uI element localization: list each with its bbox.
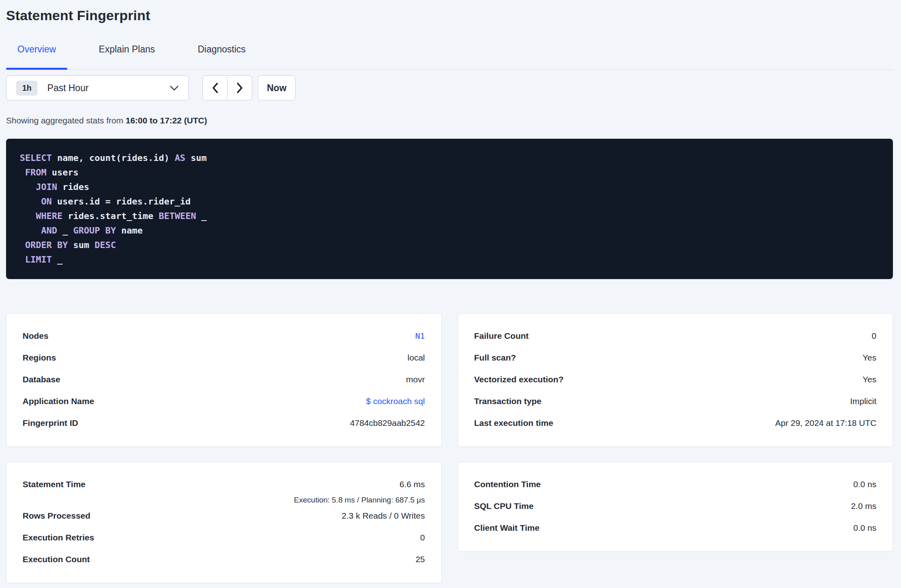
sql-text: _ (196, 211, 207, 221)
stat-label: Vectorized execution? (474, 375, 564, 384)
sql-line: ORDER BY sum DESC (20, 238, 879, 252)
aggregated-stats-summary: Showing aggregated stats from 16:00 to 1… (6, 115, 893, 126)
time-range-badge: 1h (16, 81, 38, 96)
summary-time-range: 16:00 to 17:22 (UTC) (126, 116, 207, 125)
stat-value: 0 (420, 533, 425, 542)
sql-keyword: SELECT (20, 153, 52, 163)
sql-text (20, 167, 25, 177)
sql-text: _ (57, 225, 73, 236)
stat-value: 0.0 ns (853, 480, 876, 489)
sql-text: users (46, 167, 78, 177)
sql-line: SELECT name, count(rides.id) AS sum (20, 151, 879, 165)
sql-line: AND _ GROUP BY name (20, 223, 879, 238)
stat-subtext: Execution: 5.8 ms / Planning: 687.5 µs (294, 495, 425, 505)
stat-label: Last execution time (474, 418, 553, 428)
stat-row: Failure Count0 (474, 325, 877, 347)
sql-line: ON users.id = rides.rider_id (20, 194, 879, 209)
sql-keyword: ORDER BY (25, 240, 68, 250)
sql-keyword: DESC (94, 240, 116, 250)
sql-keyword: AND (41, 225, 57, 236)
stat-value: 4784cb829aab2542 (350, 418, 425, 428)
stat-label: Full scan? (474, 353, 516, 363)
sql-text: sum (186, 153, 207, 163)
stat-label: Failure Count (474, 331, 529, 341)
sql-text (20, 196, 41, 206)
stat-value: 6.6 ms (399, 473, 425, 495)
sql-text: name (116, 225, 142, 236)
stat-row: Full scan?Yes (474, 347, 877, 369)
stat-value: Yes (863, 353, 876, 363)
summary-prefix: Showing aggregated stats from (6, 116, 126, 125)
stat-value: 0.0 ns (853, 523, 876, 533)
sql-keyword: BETWEEN (159, 211, 196, 221)
sql-line: JOIN rides (20, 180, 879, 194)
sql-keyword: JOIN (36, 182, 57, 192)
time-step-button-group (202, 75, 252, 100)
sql-text (20, 240, 25, 250)
stat-value: 0 (872, 331, 876, 341)
sql-keyword: FROM (25, 167, 46, 177)
stat-label: Regions (23, 353, 56, 363)
chevron-down-icon (170, 85, 179, 91)
sql-text: rides (57, 182, 89, 192)
stat-value: 2.0 ms (851, 501, 876, 511)
overview-details-right-card: Failure Count0Full scan?YesVectorized ex… (458, 313, 893, 447)
stat-value-link[interactable]: N1 (415, 331, 425, 341)
sql-line: FROM users (20, 165, 879, 180)
stat-label: Contention Time (474, 480, 541, 489)
stat-value: local (407, 353, 425, 363)
sql-text (20, 182, 36, 192)
next-time-button[interactable] (227, 75, 252, 100)
stat-row: Client Wait Time0.0 ns (474, 517, 877, 539)
stat-value: movr (406, 375, 425, 384)
sql-keyword: LIMIT (25, 254, 52, 265)
overview-details-left-card: NodesN1RegionslocalDatabasemovrApplicati… (6, 313, 442, 447)
sql-text (20, 211, 36, 221)
tab-bar: Overview Explain Plans Diagnostics (6, 43, 893, 70)
stat-row: Fingerprint ID4784cb829aab2542 (23, 412, 425, 434)
time-range-dropdown[interactable]: 1h Past Hour (6, 75, 189, 100)
stat-value: Apr 29, 2024 at 17:18 UTC (775, 418, 876, 428)
chevron-right-icon (236, 82, 243, 94)
stat-row: Databasemovr (23, 369, 425, 390)
stat-value-link[interactable]: $ cockroach sql (366, 396, 425, 406)
stat-label: Nodes (23, 331, 48, 341)
stat-label: Transaction type (474, 396, 542, 406)
stat-value: Yes (863, 375, 876, 384)
stat-label: Application Name (23, 396, 94, 406)
stat-value: 25 (415, 555, 425, 564)
sql-line: WHERE rides.start_time BETWEEN _ (20, 209, 879, 223)
sql-text: users.id = rides.rider_id (52, 196, 190, 206)
stat-label: Statement Time (23, 473, 86, 495)
stat-row: Application Name$ cockroach sql (23, 390, 425, 412)
tab-diagnostics[interactable]: Diagnostics (186, 43, 257, 69)
stat-label: Rows Processed (23, 511, 90, 521)
sql-text (20, 254, 25, 265)
stat-row: Execution Count25 (23, 548, 425, 570)
sql-text: _ (52, 254, 63, 265)
sql-keyword: GROUP BY (73, 225, 116, 236)
stat-label: SQL CPU Time (474, 501, 534, 511)
stat-label: Fingerprint ID (23, 418, 78, 428)
tab-explain-plans[interactable]: Explain Plans (88, 43, 166, 69)
stat-label: Execution Retries (23, 533, 94, 542)
statement-fingerprint-page: Statement Fingerprint Overview Explain P… (0, 0, 901, 583)
now-button[interactable]: Now (258, 75, 296, 100)
stat-label: Database (23, 375, 60, 384)
sql-keyword: WHERE (36, 211, 63, 221)
sql-text: rides.start_time (63, 211, 159, 221)
stat-row: Statement Time6.6 msExecution: 5.8 ms / … (23, 473, 425, 505)
sql-text: name, count(rides.id) (52, 153, 175, 163)
page-title: Statement Fingerprint (6, 7, 893, 24)
tab-overview[interactable]: Overview (6, 43, 67, 69)
sql-statement-box: SELECT name, count(rides.id) AS sum FROM… (6, 139, 893, 279)
previous-time-button[interactable] (202, 75, 227, 100)
stat-row: Last execution timeApr 29, 2024 at 17:18… (474, 412, 877, 434)
stat-row: NodesN1 (23, 325, 425, 347)
stat-row: Regionslocal (23, 347, 425, 369)
execution-stats-left-card: Statement Time6.6 msExecution: 5.8 ms / … (6, 462, 442, 583)
stat-label: Client Wait Time (474, 523, 540, 533)
chevron-left-icon (212, 82, 219, 94)
stat-label: Execution Count (23, 555, 90, 564)
sql-keyword: ON (41, 196, 52, 206)
